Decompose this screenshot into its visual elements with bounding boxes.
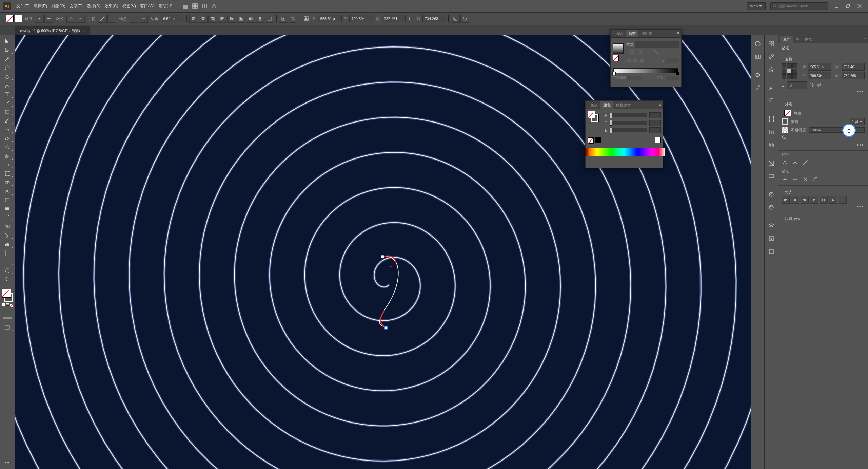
appearance-stroke-chip[interactable] [782, 118, 788, 125]
gradient-tab-stroke[interactable]: 描边 [613, 30, 626, 37]
props-tab-properties[interactable]: 属性 [780, 36, 793, 43]
dock-brushes-icon[interactable] [766, 51, 777, 62]
h-value-input[interactable]: 734.268 [422, 15, 446, 22]
gradient-tab-transparency[interactable]: 透明度 [638, 30, 655, 37]
dock-pathfinder-icon[interactable] [766, 139, 777, 151]
slider-r[interactable]: R [602, 112, 661, 118]
draw-mode[interactable] [3, 312, 12, 321]
mb-icon-grid[interactable] [190, 2, 200, 11]
dock-colorguide-icon[interactable] [752, 51, 764, 62]
blend-tool[interactable] [1, 222, 14, 231]
w-value-input[interactable]: 787.461 [382, 15, 406, 22]
anchor-add-icon[interactable] [35, 15, 44, 23]
align-bottom-icon[interactable] [237, 15, 245, 23]
color-mode-row[interactable] [2, 303, 13, 307]
menu-help[interactable]: 帮助(H) [157, 2, 175, 11]
handle-hide-icon[interactable] [107, 15, 116, 23]
al-t[interactable] [810, 196, 818, 204]
y-value-input[interactable]: 799.504 [349, 15, 373, 22]
dock-para-icon[interactable] [766, 95, 777, 107]
menu-window[interactable]: 窗口(W) [138, 2, 157, 11]
symbol-sprayer-tool[interactable] [1, 231, 14, 240]
stock-search[interactable]: 搜索 Adobe Stock [770, 2, 828, 10]
color-none-swatch[interactable] [588, 137, 594, 144]
fill-chip[interactable] [2, 289, 11, 298]
eyedropper-tool[interactable] [1, 213, 14, 222]
color-spectrum[interactable] [584, 148, 665, 156]
crop-icon[interactable] [289, 15, 297, 23]
align-to-icon[interactable] [265, 15, 274, 23]
gradient-preview[interactable] [613, 43, 624, 54]
anchor-remove-btn[interactable] [782, 176, 788, 183]
window-restore[interactable] [844, 3, 852, 10]
al-b[interactable] [829, 196, 837, 204]
al-l[interactable] [782, 196, 790, 204]
anchor-connect-btn[interactable] [792, 176, 798, 183]
corner-radius-input[interactable]: 6.52 px [161, 15, 184, 22]
align-pixel-icon[interactable] [460, 15, 469, 23]
window-minimize[interactable] [832, 3, 841, 10]
fx-icon[interactable]: fx. [782, 135, 786, 140]
appearance-fill-chip[interactable] [784, 110, 791, 116]
al-vc[interactable] [820, 196, 828, 204]
align-more[interactable]: ••• [782, 204, 865, 209]
rectangle-tool[interactable] [1, 107, 14, 116]
x-value-input[interactable]: 565.51 p [318, 15, 342, 22]
stroke-swatch[interactable] [15, 15, 22, 22]
color-white-swatch[interactable] [655, 137, 661, 143]
distribute-h-icon[interactable] [246, 15, 255, 23]
perspective-grid-tool[interactable] [1, 187, 14, 195]
flip-h-icon[interactable] [809, 82, 814, 88]
direct-selection-tool[interactable] [1, 45, 14, 54]
mb-icon-doclist[interactable] [181, 2, 190, 11]
align-vcenter-icon[interactable] [227, 15, 236, 23]
mesh-tool[interactable] [1, 195, 14, 204]
align-top-icon[interactable] [218, 15, 226, 23]
hand-tool[interactable] [1, 266, 14, 275]
props-rotation[interactable]: 0° [787, 81, 807, 89]
menu-type[interactable]: 文字(T) [67, 2, 85, 11]
menu-edit[interactable]: 编辑(E) [32, 2, 49, 11]
artboard-tool[interactable] [1, 248, 14, 257]
scale-tool[interactable] [1, 151, 14, 160]
transform-more[interactable]: ••• [782, 89, 865, 94]
mb-icon-gpu[interactable] [209, 2, 219, 11]
slider-g[interactable]: G [602, 120, 661, 126]
type-tool[interactable] [1, 90, 14, 98]
convert-smooth-icon[interactable] [76, 15, 85, 23]
isolate-icon[interactable] [279, 15, 288, 23]
appearance-more[interactable]: ••• [782, 142, 865, 148]
slider-b[interactable]: B [602, 127, 661, 133]
width-tool[interactable] [1, 160, 14, 169]
connect-path-icon[interactable] [139, 15, 148, 23]
dock-swatches-icon[interactable] [766, 38, 777, 50]
dock-symbols-icon[interactable] [766, 64, 777, 75]
dock-gradient-icon[interactable] [766, 170, 777, 182]
menu-view[interactable]: 视图(V) [120, 2, 138, 11]
link-wh-icon[interactable] [406, 15, 414, 23]
ref-point-icon[interactable] [302, 15, 310, 23]
eraser-tool[interactable] [1, 134, 14, 143]
line-segment-tool[interactable] [1, 98, 14, 107]
dock-char-icon[interactable]: A [766, 82, 777, 94]
menu-effect[interactable]: 效果(C) [102, 2, 120, 11]
dock-graphic-styles-icon[interactable] [766, 202, 777, 213]
pen-tool[interactable] [1, 72, 14, 81]
fill-stroke-indicator[interactable] [1, 288, 14, 302]
al-hc[interactable] [791, 196, 799, 204]
dock-layers-icon[interactable] [766, 220, 777, 231]
convert-corner-btn[interactable] [782, 159, 788, 166]
handle-show-icon[interactable] [98, 15, 107, 23]
dock-color-icon[interactable] [752, 38, 764, 50]
props-x[interactable]: 565.51 p [808, 63, 831, 71]
color-tab-guide[interactable]: 颜色参考 [613, 101, 634, 109]
align-left-icon[interactable] [189, 15, 198, 23]
color-black-swatch[interactable] [595, 137, 601, 143]
gradient-tab-gradient[interactable]: 渐变 [626, 30, 638, 37]
gradient-stop-start[interactable] [612, 72, 616, 75]
anchor-remove-icon[interactable] [44, 15, 53, 23]
zoom-tool[interactable] [1, 275, 14, 284]
slice-tool[interactable] [1, 257, 14, 266]
shape-builder-tool[interactable] [1, 178, 14, 187]
curvature-tool[interactable] [1, 81, 14, 90]
